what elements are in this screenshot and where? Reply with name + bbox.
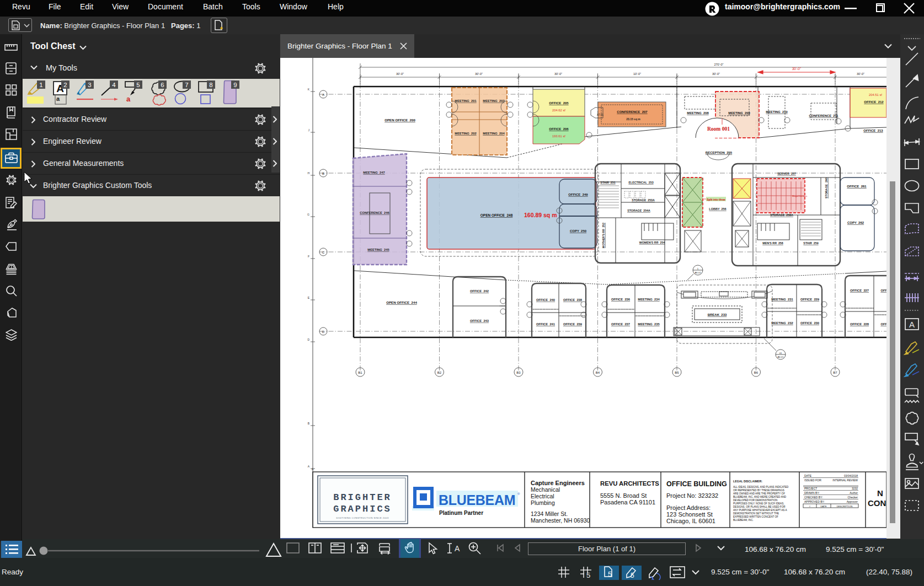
svg-text:CONFERENCE 207: CONFERENCE 207	[617, 110, 648, 114]
svg-text:1234 Miller St.: 1234 Miller St.	[531, 510, 568, 517]
svg-text:STORAGE 260: STORAGE 260	[825, 178, 828, 198]
svg-text:B: B	[308, 422, 310, 425]
svg-text:A: A	[312, 467, 314, 471]
svg-text:LOBBY 256: LOBBY 256	[709, 207, 726, 211]
svg-text:30'-0": 30'-0"	[396, 72, 404, 76]
svg-text:ELECTRICAL 253: ELECTRICAL 253	[628, 181, 653, 184]
svg-text:a: a	[56, 95, 60, 102]
svg-text:MEETING 202: MEETING 202	[455, 132, 476, 135]
svg-text:MEN'S RR 258: MEN'S RR 258	[762, 241, 783, 245]
svg-text:MEETING 201: MEETING 201	[455, 99, 477, 103]
svg-text:B5: B5	[675, 371, 679, 374]
svg-text:OFFICE 242: OFFICE 242	[470, 289, 489, 293]
svg-text:MEETING 209: MEETING 209	[728, 111, 750, 115]
svg-text:Room 001: Room 001	[707, 126, 730, 132]
svg-text:PROJECT: PROJECT	[804, 487, 817, 490]
svg-text:OFFICE BUILDING: OFFICE BUILDING	[666, 480, 727, 488]
svg-text:ALL IDEAS, DESIGNS, AND PLANS: ALL IDEAS, DESIGNS, AND PLANS INDICATED	[733, 486, 789, 488]
svg-text:5555 N. Broad St: 5555 N. Broad St	[600, 492, 647, 499]
svg-text:SERVER 257: SERVER 257	[777, 172, 796, 175]
svg-text:5: 5	[631, 572, 634, 579]
svg-text:MOTHER'S RR 252: MOTHER'S RR 252	[602, 223, 605, 248]
svg-text:LEGAL DISCLAIMER:: LEGAL DISCLAIMER:	[733, 480, 762, 483]
svg-text:STAIR 251: STAIR 251	[600, 181, 615, 184]
svg-text:WOMEN'S RR 254: WOMEN'S RR 254	[639, 241, 665, 244]
svg-text:OFFICE 241: OFFICE 241	[536, 322, 556, 326]
svg-text:STORAGE 254A: STORAGE 254A	[627, 209, 650, 212]
svg-text:E: E	[308, 296, 310, 299]
svg-text:COPY 262: COPY 262	[847, 221, 864, 224]
svg-text:STORAGE 258A: STORAGE 258A	[770, 213, 793, 217]
svg-text:BLUEBEAM: BLUEBEAM	[439, 492, 515, 508]
svg-text:DESCRIPTION: DESCRIPTION	[837, 505, 853, 508]
svg-text:30'-0": 30'-0"	[475, 72, 483, 76]
svg-text:INTERNAL REVIEW: INTERNAL REVIEW	[832, 479, 858, 482]
svg-text:ISSUED FOR:: ISSUED FOR:	[804, 479, 822, 482]
svg-text:BLUEBEAM, INC.: BLUEBEAM, INC.	[733, 519, 754, 522]
svg-text:Platinum Partner: Platinum Partner	[439, 510, 483, 516]
svg-text:B: B	[322, 172, 324, 175]
svg-text:7: 7	[185, 82, 188, 88]
svg-text:MEETING 234: MEETING 234	[638, 298, 660, 301]
svg-text:A: A	[455, 544, 460, 553]
svg-text:OFFICE 239: OFFICE 239	[563, 322, 583, 326]
svg-text:23.15 sq m: 23.15 sq m	[626, 117, 640, 121]
svg-text:MEETING 208: MEETING 208	[687, 111, 709, 115]
svg-text:BRIGHTER: BRIGHTER	[333, 492, 392, 503]
svg-text:OFFICE 243: OFFICE 243	[470, 319, 489, 322]
svg-text:3: 3	[88, 82, 91, 88]
svg-text:1: 1	[697, 267, 699, 270]
svg-text:A: A	[909, 320, 915, 329]
svg-text:#: #	[809, 505, 811, 508]
svg-text:Project No: 323232: Project No: 323232	[666, 492, 718, 499]
svg-text:Split into three: Split into three	[707, 198, 725, 201]
svg-text:MegaOmnibus: MegaOmnibus	[792, 195, 807, 197]
svg-text:Chicago, IL 60601: Chicago, IL 60601	[666, 518, 715, 524]
svg-text:B2: B2	[437, 371, 442, 374]
svg-text:MEETING 245: MEETING 245	[367, 248, 389, 251]
svg-text:3232: 3232	[852, 487, 858, 490]
svg-text:193.61 sf: 193.61 sf	[552, 135, 565, 138]
svg-text:Pasadena CA 91101: Pasadena CA 91101	[600, 499, 655, 506]
svg-text:Author: Author	[850, 491, 858, 494]
svg-text:Electrical: Electrical	[531, 493, 554, 499]
svg-text:A7.01: A7.01	[597, 114, 603, 116]
svg-text:OFFICE 261: OFFICE 261	[847, 185, 867, 188]
svg-text:H: H	[307, 171, 309, 175]
svg-text:OFFICE 236: OFFICE 236	[611, 298, 631, 301]
svg-text:MEETING 231: MEETING 231	[771, 298, 793, 301]
svg-text:OFFICE 238: OFFICE 238	[563, 298, 583, 302]
svg-text:30'-0": 30'-0"	[792, 67, 802, 71]
svg-text:B6: B6	[754, 371, 759, 374]
svg-text:OFFI: OFFI	[880, 322, 886, 326]
svg-text:ARE OWNED AND ARE THE PROPERTY: ARE OWNED AND ARE THE PROPERTY OF	[733, 492, 785, 495]
svg-text:A: A	[308, 465, 310, 468]
svg-text:D: D	[307, 338, 309, 341]
svg-text:®: ®	[517, 492, 520, 496]
svg-text:B1: B1	[358, 371, 362, 374]
svg-text:B3: B3	[516, 371, 521, 374]
svg-text:OFFICE 205: OFFICE 205	[549, 101, 569, 105]
svg-text:DIGITISING CONSTRUCTION SINCE: DIGITISING CONSTRUCTION SINCE 2003	[336, 517, 389, 519]
svg-text:BREAK 233: BREAK 233	[708, 313, 727, 316]
svg-text:204.62 sf: 204.62 sf	[552, 109, 565, 112]
svg-text:DATE: DATE	[821, 505, 827, 508]
svg-text:Capture Engineers: Capture Engineers	[531, 480, 585, 486]
svg-text:OFFICE 249: OFFICE 249	[568, 193, 588, 196]
svg-text:ANY PURPOSE WHATSOEVER EXCEPT: ANY PURPOSE WHATSOEVER EXCEPT AS A	[733, 509, 787, 512]
svg-text:OPEN OFFICE 200: OPEN OFFICE 200	[384, 118, 415, 122]
svg-text:5: 5	[136, 82, 140, 88]
svg-text:DEMONSTRATION SET WITHOUT THE: DEMONSTRATION SET WITHOUT THE	[733, 512, 779, 515]
svg-text:03/04/2018: 03/04/2018	[844, 474, 858, 477]
svg-text:C: C	[322, 251, 325, 254]
svg-text:OFFICE 227: OFFICE 227	[850, 289, 869, 292]
svg-text:a: a	[126, 95, 131, 103]
svg-text:RECEPTION 255: RECEPTION 255	[706, 151, 733, 154]
svg-text:MEETING 210: MEETING 210	[766, 110, 787, 114]
svg-text:5: 5	[608, 570, 612, 578]
svg-text:F: F	[308, 255, 309, 258]
svg-text:Checker: Checker	[847, 496, 858, 499]
svg-text:D: D	[322, 330, 325, 334]
svg-text:Plumbing: Plumbing	[531, 499, 555, 506]
svg-text:DESIGNS, OR PLANS SHALL BE USE: DESIGNS, OR PLANS SHALL BE USED FOR	[733, 506, 786, 508]
